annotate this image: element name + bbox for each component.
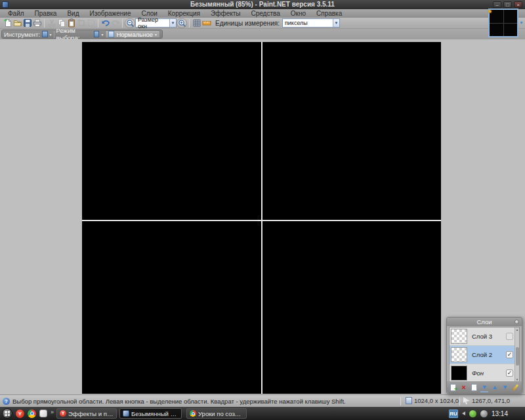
menu-view[interactable]: Вид bbox=[62, 9, 84, 18]
scroll-up-icon[interactable]: ▴ bbox=[515, 327, 519, 331]
image-canvas[interactable] bbox=[82, 42, 441, 394]
language-indicator[interactable]: RU bbox=[449, 410, 458, 418]
taskbar: Y » Y Эффекты и плагины… Безымянный (85%… bbox=[0, 407, 525, 420]
group-separator bbox=[54, 31, 54, 38]
status-separator bbox=[459, 397, 460, 406]
window-title: Безымянный (85%) - Paint.NET версия 3.5.… bbox=[0, 0, 525, 9]
move-down-icon[interactable]: ▼ bbox=[501, 383, 509, 392]
taskbar-clock[interactable]: 13:14 bbox=[492, 410, 508, 417]
paintnet-window: Безымянный (85%) - Paint.NET версия 3.5.… bbox=[0, 0, 525, 420]
minimize-button[interactable]: – bbox=[493, 1, 501, 8]
move-up-icon[interactable]: ▲ bbox=[491, 383, 499, 392]
add-layer-icon[interactable]: + bbox=[450, 383, 457, 392]
chevron-down-icon[interactable]: ▼ bbox=[333, 19, 339, 27]
menu-utilities[interactable]: Средства bbox=[245, 9, 285, 18]
titlebar: Безымянный (85%) - Paint.NET версия 3.5.… bbox=[0, 0, 525, 9]
layer-thumbnail bbox=[451, 366, 467, 381]
layer-properties-icon[interactable] bbox=[511, 383, 519, 392]
layers-panel-title: Слои bbox=[447, 318, 522, 326]
chevron-down-icon[interactable]: ▾ bbox=[50, 32, 52, 37]
save-icon[interactable] bbox=[22, 18, 32, 28]
tool-options-group: Инструмент: ▾ Режим выбора: ▾ Нормальное… bbox=[1, 30, 163, 39]
tray-green-icon[interactable] bbox=[469, 410, 476, 417]
units-label: Единицы измерения: bbox=[215, 20, 280, 27]
zoom-level-value: Размер окн bbox=[138, 16, 167, 30]
task-label: Уроки по созданию … bbox=[198, 410, 243, 417]
new-file-icon[interactable] bbox=[3, 18, 12, 28]
layer-thumbnail bbox=[451, 347, 467, 362]
canvas-vertical-line bbox=[261, 42, 262, 394]
layers-scrollbar[interactable]: ▴ ▾ bbox=[514, 327, 519, 381]
open-icon[interactable] bbox=[12, 18, 22, 28]
layer-visibility-checkbox[interactable] bbox=[506, 333, 513, 340]
chevron-down-icon[interactable]: ▾ bbox=[101, 32, 103, 37]
layer-row-sloy3[interactable]: Слой 3 bbox=[450, 327, 519, 346]
zoom-in-icon[interactable] bbox=[177, 18, 187, 28]
image-size-indicator: 1024,0 x 1024,0 bbox=[406, 397, 459, 404]
yandex-quicklaunch-icon[interactable]: Y bbox=[16, 410, 24, 418]
layer-thumbnail bbox=[451, 329, 467, 344]
layers-toolbar: + × ▼ ▲ ▼ bbox=[447, 381, 522, 393]
ruler-icon[interactable] bbox=[201, 18, 211, 28]
chevron-down-icon[interactable]: ▼ bbox=[169, 19, 176, 27]
tool-options-bar: Инструмент: ▾ Режим выбора: ▾ Нормальное… bbox=[0, 29, 525, 39]
layer-row-fon[interactable]: Фон ✓ bbox=[450, 364, 519, 383]
duplicate-layer-icon[interactable] bbox=[470, 383, 478, 392]
layer-name: Слой 3 bbox=[472, 333, 506, 340]
units-combobox[interactable]: пикселы ▼ bbox=[282, 18, 340, 28]
layer-visibility-checkbox[interactable]: ✓ bbox=[506, 351, 513, 358]
redo-icon[interactable] bbox=[110, 18, 120, 28]
layers-panel-header[interactable]: Слои bbox=[447, 318, 522, 326]
image-list-chevron-icon[interactable]: ▼ bbox=[519, 20, 524, 25]
close-icon[interactable] bbox=[514, 320, 519, 324]
print-icon[interactable] bbox=[32, 18, 42, 28]
quicklaunch-overflow-chevron[interactable]: » bbox=[51, 409, 54, 415]
layer-row-sloy2[interactable]: Слой 2 ✓ bbox=[450, 346, 519, 364]
selection-mode-icon[interactable] bbox=[94, 31, 99, 37]
layers-panel: Слои Слой 3 Слой 2 ✓ Фон ✓ ▴ ▾ bbox=[446, 317, 522, 394]
menu-adjustments[interactable]: Коррекция bbox=[163, 9, 205, 18]
menu-file[interactable]: Файл bbox=[3, 9, 30, 18]
tray-swirl-icon[interactable] bbox=[480, 410, 488, 417]
cut-icon[interactable] bbox=[47, 18, 56, 28]
scrollbar-thumb[interactable] bbox=[516, 347, 519, 366]
undo-icon[interactable] bbox=[100, 18, 110, 28]
window-controls: – □ × bbox=[493, 1, 522, 8]
taskbar-task-effects[interactable]: Y Эффекты и плагины… bbox=[56, 408, 117, 419]
yandex-icon: Y bbox=[60, 410, 66, 417]
restore-button[interactable]: □ bbox=[503, 1, 512, 8]
active-tool-icon[interactable] bbox=[42, 31, 47, 37]
blend-mode-value: Нормальное bbox=[116, 31, 153, 38]
grid-icon[interactable] bbox=[192, 18, 201, 28]
taskbar-task-paintnet[interactable]: Безымянный (85%) -… bbox=[119, 408, 182, 419]
tray-collapse-icon[interactable] bbox=[462, 411, 465, 415]
blend-mode-dropdown[interactable]: Нормальное ▾ bbox=[105, 30, 160, 38]
taskbar-task-lessons[interactable]: Уроки по созданию … bbox=[186, 408, 247, 419]
delete-layer-icon[interactable]: × bbox=[460, 383, 468, 392]
cube-quicklaunch-icon[interactable] bbox=[39, 410, 47, 417]
merge-down-icon[interactable]: ▼ bbox=[480, 383, 488, 392]
units-value: пикселы bbox=[285, 20, 331, 26]
layer-name: Фон bbox=[472, 369, 506, 377]
close-button[interactable]: × bbox=[514, 1, 522, 8]
menu-image[interactable]: Изображение bbox=[84, 9, 136, 18]
start-button[interactable] bbox=[2, 408, 12, 419]
menu-window[interactable]: Окно bbox=[285, 9, 311, 18]
paintnet-icon bbox=[123, 410, 129, 417]
toolbar-separator bbox=[189, 19, 190, 28]
cursor-position-indicator: 1267,0, 471,0 bbox=[463, 397, 510, 404]
chevron-down-icon: ▾ bbox=[155, 32, 157, 37]
task-label: Эффекты и плагины… bbox=[68, 410, 114, 417]
image-list-thumbnail[interactable]: * bbox=[488, 9, 518, 37]
paintnet-app-icon bbox=[2, 1, 9, 8]
canvas-horizontal-line bbox=[82, 220, 441, 221]
chrome-quicklaunch-icon[interactable] bbox=[28, 410, 36, 418]
windows-logo-icon bbox=[5, 411, 10, 417]
zoom-level-combobox[interactable]: Размер окн ▼ bbox=[135, 18, 177, 28]
menu-edit[interactable]: Правка bbox=[30, 9, 62, 18]
zoom-out-icon[interactable] bbox=[125, 18, 135, 28]
layer-visibility-checkbox[interactable]: ✓ bbox=[506, 369, 513, 377]
menu-help[interactable]: Справка bbox=[311, 9, 347, 18]
blend-mode-icon bbox=[108, 31, 114, 37]
menu-effects[interactable]: Эффекты bbox=[205, 9, 245, 18]
